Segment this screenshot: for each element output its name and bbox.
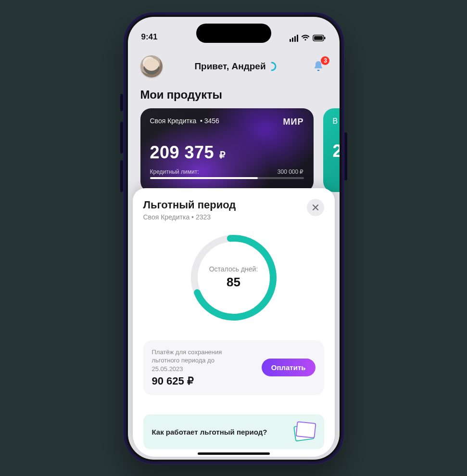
home-indicator[interactable]: [198, 452, 270, 455]
wifi-icon: [301, 35, 310, 41]
power-button: [344, 132, 347, 180]
how-it-works-link[interactable]: Как работает льготный период?: [143, 414, 324, 449]
ring-label: Осталось дней:: [209, 265, 258, 273]
secondary-card-title: В: [333, 117, 340, 126]
volume-up-button: [120, 122, 123, 154]
credit-card[interactable]: Своя Кредитка • 3456 МИР 209 375 ₽ Креди…: [140, 108, 314, 192]
limit-value: 300 000 ₽: [278, 168, 304, 175]
close-button[interactable]: [307, 199, 324, 216]
days-remaining-ring: Осталось дней: 85: [186, 230, 282, 326]
sheet-subtitle: Своя Кредитка • 2323: [143, 213, 236, 221]
phone-frame: 9:41 Привет, Андрей: [123, 12, 344, 464]
grace-period-sheet: Льготный период Своя Кредитка • 2323: [133, 188, 335, 457]
secondary-card-value: 2: [333, 141, 340, 161]
svg-rect-1: [314, 36, 323, 40]
volume-down-button: [120, 160, 123, 192]
card-name: Своя Кредитка • 3456: [150, 117, 219, 127]
limit-fill: [150, 177, 258, 179]
status-time: 9:41: [141, 32, 158, 42]
pay-button[interactable]: Оплатить: [262, 359, 316, 376]
notification-badge: 3: [321, 56, 329, 65]
screen: 9:41 Привет, Андрей: [128, 17, 340, 460]
secondary-card[interactable]: В 2: [323, 108, 340, 192]
payment-amount: 90 625 ₽: [152, 375, 248, 387]
card-balance: 209 375 ₽: [150, 142, 304, 163]
avatar[interactable]: [140, 55, 163, 77]
battery-icon: [313, 35, 326, 41]
greeting-text: Привет, Андрей: [194, 61, 265, 72]
greeting-arc-icon: [269, 62, 278, 71]
dynamic-island: [196, 24, 271, 43]
payment-box: Платёж для сохранения льготного периода …: [143, 340, 324, 396]
limit-label: Кредитный лимит:: [150, 168, 199, 175]
info-text: Как работает льготный период?: [152, 428, 267, 436]
limit-bar: [150, 177, 304, 179]
ring-value: 85: [227, 275, 240, 290]
payment-text: Платёж для сохранения льготного периода …: [152, 348, 248, 373]
calendar-icon: [292, 422, 316, 441]
close-icon: [312, 204, 319, 211]
section-title: Мои продукты: [140, 88, 222, 102]
cellular-icon: [290, 35, 298, 42]
products-carousel[interactable]: Своя Кредитка • 3456 МИР 209 375 ₽ Креди…: [140, 108, 340, 192]
greeting: Привет, Андрей: [194, 61, 278, 72]
notifications-button[interactable]: 3: [310, 58, 327, 75]
card-scheme: МИР: [283, 117, 304, 127]
svg-rect-2: [324, 37, 326, 39]
sheet-title: Льготный период: [143, 199, 236, 211]
side-button: [120, 94, 123, 111]
